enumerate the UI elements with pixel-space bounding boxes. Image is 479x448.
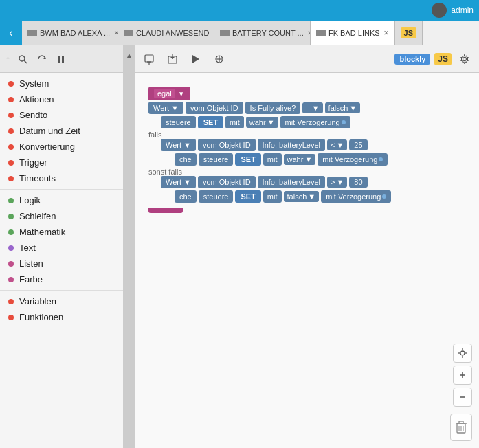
block-mit-verzogerung-3[interactable]: mit Verzögerung — [321, 190, 391, 203]
block-info-battery-1[interactable]: Info: batteryLevel — [258, 139, 325, 151]
tab-5[interactable]: JS — [395, 21, 423, 45]
sidebar-item-funktionen[interactable]: Funktionen — [0, 309, 123, 325]
block-num-80[interactable]: 80 — [349, 177, 367, 188]
sidebar-item-variablen[interactable]: Variablen — [0, 293, 123, 309]
block-header-dropdown[interactable]: ▼ — [178, 90, 185, 98]
block-falsch-1[interactable]: falsch ▼ — [325, 102, 361, 113]
wahr-1-dropdown[interactable]: ▼ — [267, 118, 275, 126]
svg-rect-5 — [145, 55, 153, 62]
sidebar-collapse-button[interactable]: ▲ — [124, 45, 135, 448]
tab-2-label: CLAUDI ANWESEND — [136, 29, 209, 37]
block-row-4: che steuere SET mit wahr ▼ mit Verzögeru… — [175, 153, 391, 166]
block-che-2[interactable]: che — [175, 190, 197, 203]
wert-3-label: Wert — [166, 178, 181, 186]
wert-3-dropdown[interactable]: ▼ — [183, 178, 191, 186]
tab-4[interactable]: FK BAD LINKS × — [311, 21, 395, 45]
sidebar-item-mathematik[interactable]: Mathematik — [0, 224, 123, 240]
tab-1-icon — [27, 30, 37, 36]
block-mit-2[interactable]: mit — [263, 153, 282, 166]
block-vom-objekt-id-2[interactable]: vom Objekt ID — [198, 139, 256, 151]
blockly-canvas[interactable]: egal ▼ Wert ▼ vom Objekt ID Is Fully ali… — [135, 73, 479, 448]
wahr-2-dropdown[interactable]: ▼ — [304, 155, 312, 164]
settings-button[interactable] — [456, 50, 474, 68]
sidebar-item-listen[interactable]: Listen — [0, 256, 123, 271]
export-button[interactable] — [140, 50, 158, 68]
import-button[interactable] — [164, 50, 181, 68]
sidebar-item-sendto[interactable]: Sendto — [0, 107, 123, 123]
block-mit-3[interactable]: mit — [263, 190, 282, 203]
sidebar-pause-icon[interactable] — [54, 52, 68, 66]
tab-3[interactable]: BATTERY COUNT ... × — [214, 21, 311, 45]
sidebar: ↑ System Aktionen — [0, 45, 124, 448]
admin-label: admin — [451, 5, 474, 15]
block-steuere-3[interactable]: steuere — [199, 190, 234, 203]
sidebar-item-aktionen[interactable]: Aktionen — [0, 91, 123, 107]
sidebar-item-datum[interactable]: Datum und Zeit — [0, 123, 123, 139]
sidebar-item-trigger[interactable]: Trigger — [0, 155, 123, 170]
sidebar-item-listen-dot — [8, 261, 14, 267]
block-mit-1[interactable]: mit — [225, 116, 244, 128]
lt-dropdown[interactable]: ▼ — [336, 141, 344, 149]
zoom-out-button[interactable] — [453, 388, 472, 407]
sidebar-item-farbe[interactable]: Farbe — [0, 271, 123, 287]
sidebar-item-logik[interactable]: Logik — [0, 192, 123, 208]
sidebar-search-icon[interactable] — [16, 52, 30, 66]
gt-dropdown[interactable]: ▼ — [336, 178, 344, 186]
block-vom-objekt-id-3[interactable]: vom Objekt ID — [198, 176, 256, 188]
block-set-1[interactable]: SET — [198, 116, 223, 128]
block-header[interactable]: egal ▼ — [148, 87, 190, 100]
sidebar-item-text[interactable]: Text — [0, 240, 123, 256]
js-badge[interactable]: JS — [434, 53, 452, 65]
sidebar-item-timeouts[interactable]: Timeouts — [0, 170, 123, 186]
block-gt[interactable]: > ▼ — [327, 177, 347, 188]
sidebar-item-schleifen[interactable]: Schleifen — [0, 208, 123, 224]
lt-label: < — [331, 141, 335, 149]
blockly-right-tools: blockly JS — [394, 50, 474, 68]
block-falsch-2[interactable]: falsch ▼ — [284, 191, 320, 202]
block-wert-1[interactable]: Wert ▼ — [148, 102, 183, 114]
block-wert-2[interactable]: Wert ▼ — [161, 139, 196, 151]
block-set-2[interactable]: SET — [235, 153, 260, 166]
block-che-1[interactable]: che — [175, 153, 197, 166]
svg-rect-4 — [62, 56, 64, 63]
tab-4-close[interactable]: × — [384, 28, 389, 38]
trash-button[interactable] — [450, 414, 472, 441]
block-info-battery-2[interactable]: Info: batteryLevel — [258, 176, 325, 188]
tab-back-button[interactable]: ‹ — [0, 21, 22, 45]
sidebar-refresh-icon[interactable] — [35, 52, 49, 66]
main-layout: ↑ System Aktionen — [0, 45, 479, 448]
block-eq[interactable]: = ▼ — [302, 102, 322, 113]
block-wahr-2[interactable]: wahr ▼ — [284, 154, 316, 165]
block-set-3[interactable]: SET — [235, 190, 260, 203]
wert-dropdown[interactable]: ▼ — [171, 104, 179, 112]
block-steuere-2[interactable]: steuere — [199, 153, 234, 166]
falsch-2-dropdown[interactable]: ▼ — [308, 192, 315, 201]
block-steuere-1[interactable]: steuere — [161, 116, 196, 128]
block-wert-3[interactable]: Wert ▼ — [161, 176, 196, 188]
block-vom-objekt-id-1[interactable]: vom Objekt ID — [186, 102, 243, 114]
block-num-25[interactable]: 25 — [349, 139, 367, 150]
block-mit-verzogerung-1[interactable]: mit Verzögerung — [280, 116, 350, 128]
wert-2-label: Wert — [166, 141, 181, 149]
falsch-1-dropdown[interactable]: ▼ — [349, 104, 357, 112]
block-wahr-1[interactable]: wahr ▼ — [246, 117, 278, 128]
sidebar-item-konvertierung[interactable]: Konvertierung — [0, 139, 123, 155]
blockly-badge[interactable]: blockly — [394, 54, 430, 65]
recenter-button[interactable] — [453, 344, 472, 363]
zoom-in-button[interactable] — [453, 366, 472, 385]
bug-button[interactable] — [210, 50, 228, 68]
eq-dropdown[interactable]: ▼ — [312, 104, 320, 112]
block-mit-verzogerung-2[interactable]: mit Verzögerung — [318, 153, 388, 166]
wert-2-dropdown[interactable]: ▼ — [183, 141, 191, 149]
trash-area — [450, 414, 472, 441]
sidebar-item-system[interactable]: System — [0, 76, 123, 91]
block-lt[interactable]: < ▼ — [327, 139, 347, 150]
block-is-fully-alive[interactable]: Is Fully alive? — [245, 102, 301, 114]
tab-1[interactable]: BWM BAD ALEXA ... × — [22, 21, 118, 45]
tab-2[interactable]: CLAUDI ANWESEND × — [118, 21, 214, 45]
sidebar-item-datum-dot — [8, 128, 14, 134]
play-button[interactable] — [187, 50, 205, 68]
block-row-1: Wert ▼ vom Objekt ID Is Fully alive? = ▼… — [148, 102, 391, 114]
mit-verzogerung-3-label: mit Verzögerung — [326, 192, 381, 201]
sidebar-up-button[interactable]: ↑ — [5, 54, 10, 65]
